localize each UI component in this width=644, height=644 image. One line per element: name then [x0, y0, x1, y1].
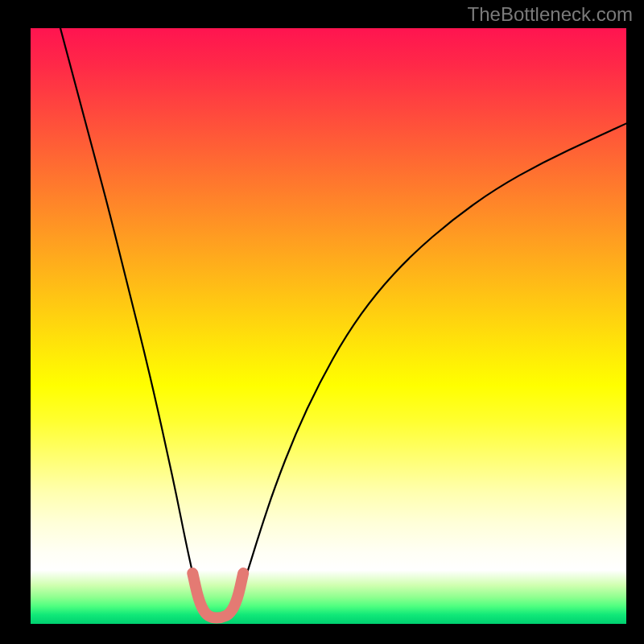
- watermark-text: TheBottleneck.com: [468, 3, 633, 26]
- chart-curves: [31, 28, 626, 624]
- chart-frame: TheBottleneck.com: [0, 0, 644, 644]
- curve-valley-marker: [192, 573, 243, 618]
- curve-right-branch: [233, 123, 626, 615]
- curve-left-branch: [60, 28, 204, 615]
